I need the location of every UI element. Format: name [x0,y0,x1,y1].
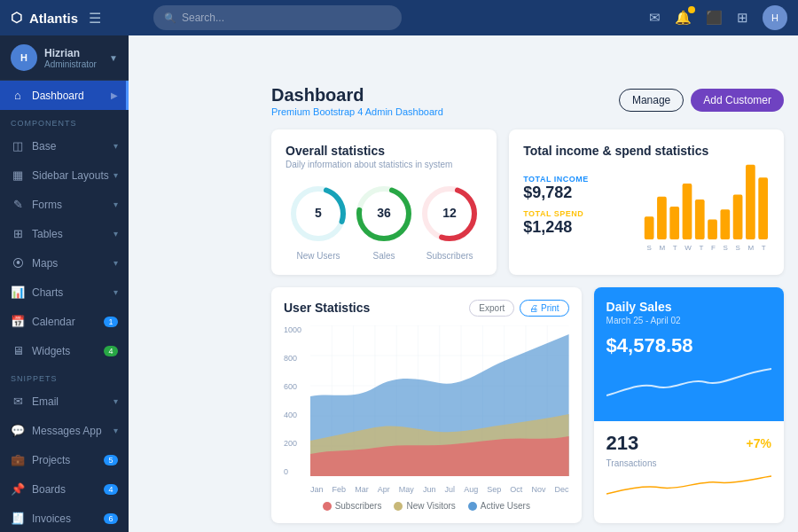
daily-sales-top: Daily Sales March 25 - April 02 $4,578.5… [594,287,784,421]
x-label-jun: Jun [423,485,436,494]
svg-rect-11 [670,207,680,239]
widgets-label: Widgets [32,345,104,357]
forms-icon: ✎ [11,198,25,211]
user-info: Hizrian Administrator [44,47,109,69]
bar-label-m1: M [659,244,665,252]
overall-stats-card: Overall statistics Daily information abo… [271,129,497,275]
total-spend-row: TOTAL SPEND $1,248 [523,209,629,237]
bar-label-f: F [711,244,716,252]
projects-badge: 5 [104,455,118,466]
legend-dot-subscribers [323,502,332,511]
x-axis-labels: Jan Feb Mar Apr May Jun Jul Aug Sep Oct … [310,485,569,494]
daily-sales-title: Daily Sales [606,300,771,314]
tables-arrow: ▾ [113,229,118,239]
y-label-1000: 1000 [284,325,301,334]
invoices-icon: 🧾 [11,512,25,525]
print-button[interactable]: 🖨 Print [520,300,568,317]
y-label-200: 200 [284,439,301,448]
search-input[interactable] [182,12,391,24]
user-stats-header: User Statistics Export 🖨 Print [284,300,569,317]
snippets-section-label: SNIPPETS [0,365,129,387]
bell-icon[interactable]: 🔔 [675,10,692,26]
sidebar-item-calendar[interactable]: 📅 Calendar 1 [0,307,129,336]
bar-label-t2: T [699,244,703,252]
sidebar-item-sidebar-layouts[interactable]: ▦ Sidebar Layouts ▾ [0,160,129,190]
x-label-jul: Jul [445,485,456,494]
sidebar-item-maps[interactable]: ⦿ Maps ▾ [0,248,129,278]
legend-new-visitors: New Visitors [394,501,455,511]
sidebar-item-charts[interactable]: 📊 Charts ▾ [0,278,129,307]
svg-rect-15 [721,209,731,239]
boards-icon: 📌 [11,482,25,496]
messages-arrow: ▾ [113,426,118,435]
email-nav-icon: ✉ [11,395,25,408]
user-stats-title: User Statistics [284,301,370,315]
gauge-sales-label: Sales [373,251,395,261]
user-avatar[interactable]: H [763,5,787,30]
total-spend-value: $1,248 [523,218,629,237]
messages-icon: 💬 [11,424,25,437]
area-chart-area: 1000 800 600 400 200 0 [284,325,569,494]
transactions-label: Transactions [606,458,771,468]
user-dropdown-arrow[interactable]: ▼ [109,53,118,63]
sidebar-layouts-label: Sidebar Layouts [32,169,113,182]
export-button[interactable]: Export [469,300,514,317]
sidebar-item-forms[interactable]: ✎ Forms ▾ [0,190,129,219]
maps-label: Maps [32,257,113,270]
sidebar-layouts-arrow: ▾ [113,170,118,180]
bar-label-m2: M [747,244,754,252]
sidebar-item-email[interactable]: ✉ Email ▾ [0,387,129,416]
bar-label-t3: T [762,244,766,252]
search-icon: 🔍 [164,12,176,24]
svg-rect-10 [657,197,667,239]
gauge-subscribers-svg: 12 [418,182,481,246]
transactions-row: 213 +7% [606,432,771,455]
y-label-400: 400 [284,411,301,419]
boards-label: Boards [32,483,104,496]
x-label-feb: Feb [332,485,347,494]
manage-button[interactable]: Manage [619,89,684,112]
sales-line [606,369,771,395]
layers-icon[interactable]: ⬛ [706,10,723,26]
tables-label: Tables [32,228,113,240]
dashboard-label: Dashboard [32,90,111,102]
sidebar-item-messages[interactable]: 💬 Messages App ▾ [0,416,129,445]
sidebar-item-projects[interactable]: 💼 Projects 5 [0,445,129,474]
x-label-aug: Aug [464,485,478,494]
sidebar-item-invoices[interactable]: 🧾 Invoices 6 [0,504,129,532]
user-stats-actions: Export 🖨 Print [469,300,568,317]
projects-icon: 💼 [11,453,25,466]
sidebar-item-boards[interactable]: 📌 Boards 4 [0,474,129,504]
sidebar-item-widgets[interactable]: 🖥 Widgets 4 [0,336,129,365]
user-role: Administrator [44,59,109,69]
legend-subscribers: Subscribers [323,501,382,511]
invoices-badge: 6 [104,513,118,524]
gauge-new-users-svg: 5 [286,182,350,246]
grid-icon[interactable]: ⊞ [737,10,748,26]
legend-label-new-visitors: New Visitors [406,501,455,511]
email-arrow: ▾ [113,396,118,406]
base-label: Base [32,140,113,153]
email-icon[interactable]: ✉ [649,10,661,26]
sidebar-item-tables[interactable]: ⊞ Tables ▾ [0,219,129,248]
charts-icon: 📊 [11,286,25,299]
sidebar-item-dashboard[interactable]: ⌂ Dashboard ▶ [0,81,129,110]
transactions-count: 213 [606,432,639,455]
sidebar-item-base[interactable]: ◫ Base ▾ [0,131,129,160]
tables-icon: ⊞ [11,227,25,240]
add-customer-button[interactable]: Add Customer [691,89,784,112]
bar-chart-svg [643,160,770,239]
svg-rect-18 [759,177,769,239]
x-label-oct: Oct [510,485,522,494]
chart-legend: Subscribers New Visitors Active Users [284,501,569,511]
income-text: TOTAL INCOME $9,782 TOTAL SPEND $1,248 [523,175,629,237]
hamburger-icon[interactable]: ☰ [89,10,101,27]
calendar-label: Calendar [32,316,104,328]
x-label-sep: Sep [487,485,501,494]
bar-label-s2: S [724,244,728,252]
svg-rect-16 [733,194,743,239]
search-bar[interactable]: 🔍 [153,5,402,30]
y-label-0: 0 [284,467,301,476]
daily-sales-bottom: 213 +7% Transactions [594,421,784,509]
legend-label-subscribers: Subscribers [335,501,382,511]
